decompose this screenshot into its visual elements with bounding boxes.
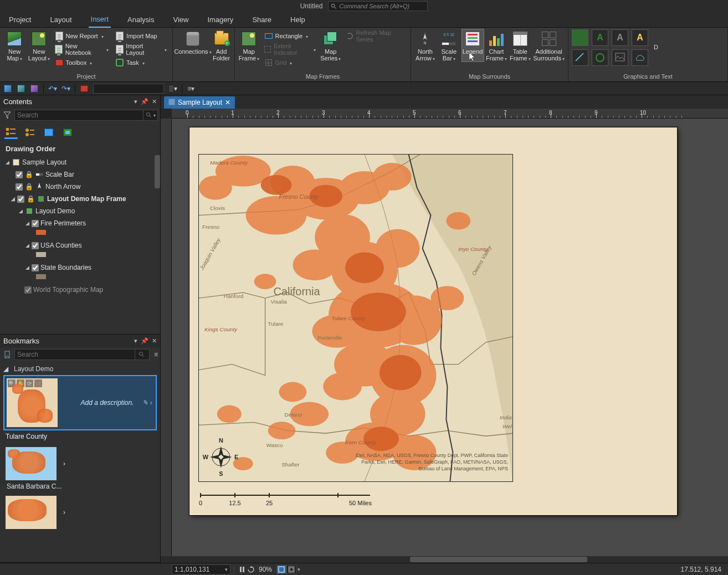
zoom-dropdown-icon[interactable]: ▾	[298, 567, 300, 572]
search-dropdown-icon[interactable]: ▾	[143, 110, 158, 121]
bookmark-icon[interactable]	[2, 350, 12, 360]
bookmark-group[interactable]: Layout Demo	[14, 365, 53, 373]
map-frame-element[interactable]: California Fresno County Madera County I…	[198, 154, 513, 482]
menu-imagery[interactable]: Imagery	[205, 13, 235, 27]
shape-rect-icon[interactable]	[572, 29, 588, 46]
bookmarks-search-input[interactable]	[14, 349, 135, 360]
text-a2-icon[interactable]: A	[612, 29, 628, 46]
refresh-map-series-button[interactable]: Refresh Map Series	[344, 29, 407, 43]
map-frame-button[interactable]: Map Frame	[238, 29, 260, 63]
state-checkbox[interactable]	[32, 264, 39, 271]
new-map-button[interactable]: New Map	[3, 29, 25, 63]
new-layout-button[interactable]: New Layout	[28, 29, 50, 63]
tree-scalebar[interactable]: 🔒Scale Bar	[0, 168, 160, 181]
qat-filter-icon[interactable]: ▾	[168, 84, 177, 93]
menu-analysis[interactable]: Analysis	[125, 13, 156, 27]
d-button[interactable]: D	[650, 29, 662, 50]
bookmarks-close-icon[interactable]: ✕	[152, 337, 157, 345]
layout-page[interactable]: California Fresno County Madera County I…	[189, 127, 677, 515]
qat-tool-icon[interactable]	[80, 84, 89, 93]
scalebar-element[interactable]: 0 12.5 25 50 Miles	[198, 491, 381, 507]
fire-checkbox[interactable]	[32, 220, 39, 227]
additional-surrounds-button[interactable]: Additional Surrounds	[533, 29, 565, 63]
status-pause-icon[interactable]	[238, 565, 247, 574]
bookmark-card-2[interactable]: ›	[3, 446, 157, 481]
task-button[interactable]: Task	[113, 56, 169, 69]
menu-view[interactable]: View	[171, 13, 191, 27]
bm-refresh-icon[interactable]: ⟳	[25, 379, 33, 387]
menu-insert[interactable]: Insert	[89, 12, 111, 28]
bm-delete-icon[interactable]: ✕	[34, 379, 42, 387]
bookmark-card-selected[interactable]: 🔍 ✋ ⟳ ✕ Add a description. ✎‹	[3, 375, 157, 430]
qat-more-icon[interactable]: ≡▾	[187, 84, 196, 93]
tree-fire[interactable]: ◢Fire Perimeters	[0, 217, 160, 229]
legend-button[interactable]: Legend	[462, 29, 484, 61]
view-tab-close-icon[interactable]: ✕	[225, 99, 230, 106]
contents-scrollbar[interactable]	[155, 155, 160, 188]
filter-icon[interactable]	[2, 110, 12, 120]
tree-root[interactable]: ◢Sample Layout	[0, 156, 160, 168]
ruler-vertical[interactable]	[161, 119, 172, 556]
extent-indicator-button[interactable]: Extent Indicator	[262, 43, 318, 56]
bookmark-card-3[interactable]: ›	[3, 495, 157, 530]
toolbox-button[interactable]: Toolbox	[53, 56, 111, 69]
contents-pin-icon[interactable]: 📌	[141, 98, 148, 105]
new-notebook-button[interactable]: New Notebook	[53, 43, 111, 56]
qat-combo[interactable]	[93, 84, 164, 94]
bookmark-thumb-2[interactable]	[6, 447, 57, 480]
circle-icon[interactable]	[592, 49, 608, 66]
zoom-full-icon[interactable]	[276, 565, 286, 574]
chart-frame-button[interactable]: Chart Frame	[486, 29, 507, 63]
list-by-drawing-order-tab[interactable]	[4, 126, 18, 139]
layout-canvas[interactable]: California Fresno County Madera County I…	[172, 119, 728, 556]
qat-save-icon[interactable]	[17, 84, 25, 93]
add-folder-button[interactable]: + Add Folder	[212, 29, 231, 61]
view-tab[interactable]: Sample Layout ✕	[164, 96, 235, 109]
tree-layoutdemo[interactable]: ◢Layout Demo	[0, 205, 160, 217]
menu-project[interactable]: Project	[7, 13, 33, 27]
grid-button[interactable]: Grid	[262, 56, 318, 69]
tree-northarrow[interactable]: 🔒North Arrow	[0, 181, 160, 193]
connections-button[interactable]: Connections	[176, 29, 209, 56]
world-checkbox[interactable]	[24, 286, 32, 294]
bookmarks-pin-icon[interactable]: 📌	[141, 337, 148, 345]
bookmark-description[interactable]: Add a description. ✎‹	[61, 378, 153, 427]
map-series-button[interactable]: Map Series	[320, 29, 342, 63]
scale-bar-button[interactable]: 0 5 10 Scale Bar	[438, 29, 460, 63]
cloud-icon[interactable]	[632, 49, 648, 66]
qat-undo-icon[interactable]: ↶▾	[48, 84, 57, 93]
tree-world[interactable]: World Topographic Map	[0, 284, 160, 296]
bookmarks-search-button[interactable]	[135, 349, 150, 360]
qat-open-icon[interactable]	[3, 84, 12, 93]
qat-redo-icon[interactable]: ↷▾	[61, 84, 70, 93]
expand-icon-2[interactable]: ›	[60, 509, 69, 516]
canvas-h-scrollbar[interactable]	[161, 556, 728, 563]
collapse-icon[interactable]: ‹	[150, 399, 152, 407]
tree-state[interactable]: ◢State Boundaries	[0, 261, 160, 274]
table-frame-button[interactable]: Table Frame	[509, 29, 531, 63]
import-map-button[interactable]: Import Map	[113, 29, 169, 43]
bookmark-thumb[interactable]: 🔍 ✋ ⟳ ✕	[7, 378, 58, 427]
bookmarks-menu-icon[interactable]: ≡	[154, 351, 158, 358]
rectangle-button[interactable]: Rectangle	[262, 29, 318, 43]
bookmark-thumb-3[interactable]	[6, 496, 57, 529]
import-layout-button[interactable]: Import Layout	[113, 43, 169, 56]
qat-layouts-icon[interactable]	[30, 84, 39, 93]
scalebar-checkbox[interactable]	[16, 171, 23, 178]
contents-search-input[interactable]	[14, 110, 143, 121]
tree-counties[interactable]: ◢USA Counties	[0, 239, 160, 251]
new-report-button[interactable]: New Report	[53, 29, 111, 43]
scale-combo[interactable]: 1:1,010,131▾	[172, 564, 230, 574]
picture-icon[interactable]	[612, 49, 628, 66]
counties-checkbox[interactable]	[32, 242, 39, 249]
contents-close-icon[interactable]: ✕	[152, 98, 157, 105]
menu-layout[interactable]: Layout	[48, 13, 74, 27]
northarrow-checkbox[interactable]	[16, 183, 23, 191]
line-icon[interactable]	[572, 49, 588, 66]
ruler-horizontal[interactable]: 012345678910	[172, 109, 728, 119]
tree-mapframe[interactable]: ◢🔒Layout Demo Map Frame	[0, 193, 160, 205]
edit-icon[interactable]: ✎	[142, 399, 148, 407]
status-refresh-icon[interactable]	[247, 565, 255, 574]
bookmarks-dropdown-icon[interactable]: ▾	[134, 337, 137, 345]
list-by-element-tab[interactable]	[61, 126, 74, 139]
